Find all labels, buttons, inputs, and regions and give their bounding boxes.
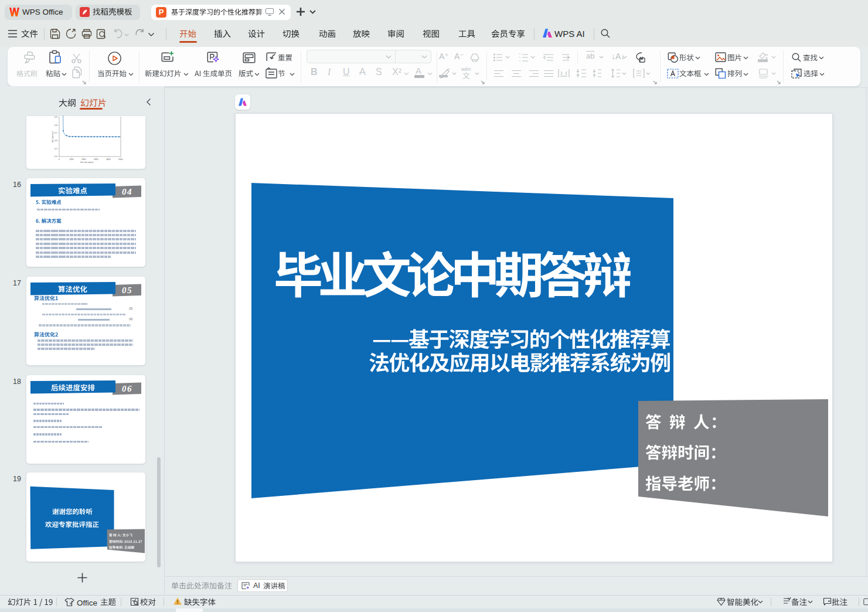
svg-text:the train loss: the train loss	[52, 131, 54, 142]
svg-text:0: 0	[59, 158, 60, 161]
svg-text:0.9: 0.9	[55, 116, 57, 118]
svg-text:1000: 1000	[69, 158, 74, 161]
svg-text:5000: 5000	[118, 158, 123, 161]
svg-text:the train epoch: the train epoch	[80, 161, 94, 164]
svg-text:0.7: 0.7	[55, 132, 57, 134]
svg-text:4000: 4000	[106, 158, 111, 161]
svg-text:0.5: 0.5	[55, 148, 57, 150]
svg-text:3000: 3000	[94, 158, 98, 161]
svg-text:0.4: 0.4	[55, 155, 57, 158]
svg-text:0.6: 0.6	[55, 140, 57, 142]
svg-text:2000: 2000	[81, 158, 86, 161]
svg-text:0.8: 0.8	[55, 124, 57, 127]
